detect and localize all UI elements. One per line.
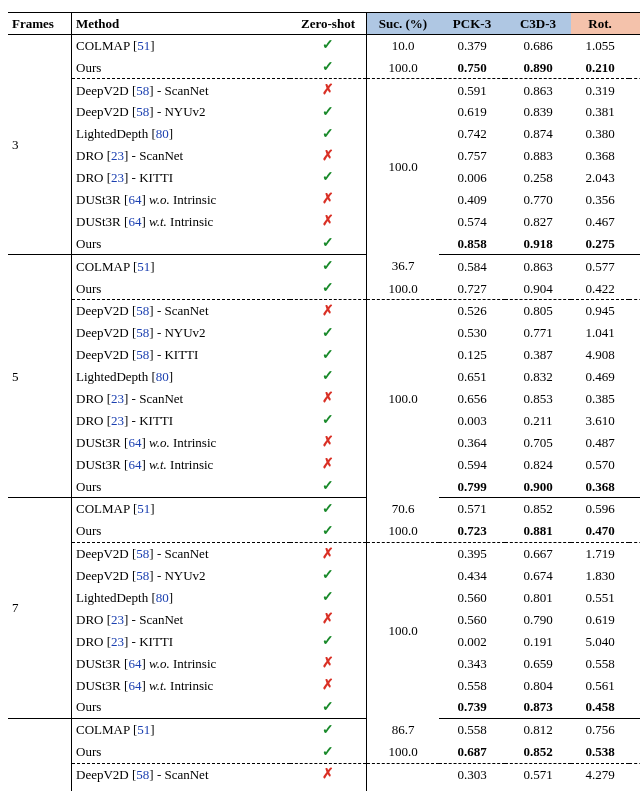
cell-rot: 1.719	[571, 543, 629, 565]
zeroshot-no: ✗	[290, 388, 367, 410]
zeroshot-yes: ✓	[290, 410, 367, 432]
cell-c3d: 0.812	[505, 719, 571, 741]
method-dust_wt: DUSt3R [64] w.t. Intrinsic	[72, 674, 291, 696]
cell-c3d: 0.827	[505, 211, 571, 233]
tick-icon: ✓	[322, 258, 334, 273]
cell-pck: 0.434	[439, 565, 505, 587]
zeroshot-yes: ✓	[290, 565, 367, 587]
frames-label: 9	[8, 719, 72, 791]
zeroshot-no: ✗	[290, 189, 367, 211]
cell-trans: 0.881	[629, 145, 640, 167]
cell-rot: 0.487	[571, 432, 629, 454]
cell-c3d: 0.824	[505, 453, 571, 475]
cell-c3d: 0.853	[505, 388, 571, 410]
cell-pck: 0.006	[439, 167, 505, 189]
cell-suc: 100.0	[367, 277, 440, 299]
cell-pck: 0.343	[439, 652, 505, 674]
zeroshot-yes: ✓	[290, 719, 367, 741]
cell-suc-shared: 100.0	[367, 79, 440, 255]
tick-icon: ✓	[322, 235, 334, 250]
cross-icon: ✗	[322, 655, 334, 670]
cell-pck: 0.584	[439, 255, 505, 277]
method-dro_kitti: DRO [23] - KITTI	[72, 631, 291, 653]
cell-pck: 0.002	[439, 631, 505, 653]
cell-trans: 1.744	[629, 609, 640, 631]
method-dust_wo: DUSt3R [64] w.o. Intrinsic	[72, 652, 291, 674]
cell-pck: 0.558	[439, 674, 505, 696]
zeroshot-yes: ✓	[290, 344, 367, 366]
method-dust_wo: DUSt3R [64] w.o. Intrinsic	[72, 432, 291, 454]
zeroshot-yes: ✓	[290, 101, 367, 123]
cell-trans: 1.383	[629, 520, 640, 542]
method-dv2d_nyu: DeepV2D [58] - NYUv2	[72, 322, 291, 344]
cell-rot: 0.619	[571, 609, 629, 631]
cell-c3d: 0.804	[505, 674, 571, 696]
method-ours: Ours	[72, 520, 291, 542]
cell-rot: 3.610	[571, 410, 629, 432]
zeroshot-no: ✗	[290, 543, 367, 565]
tick-icon: ✓	[322, 126, 334, 141]
cell-suc: 70.6	[367, 498, 440, 520]
cell-pck: 0.742	[439, 123, 505, 145]
cell-rot: 0.558	[571, 652, 629, 674]
zeroshot-yes: ✓	[290, 631, 367, 653]
cell-pck: 0.560	[439, 587, 505, 609]
cell-pck: 0.571	[439, 498, 505, 520]
frames-label: 3	[8, 34, 72, 255]
cell-rot: 1.830	[571, 565, 629, 587]
cell-c3d: 0.387	[505, 344, 571, 366]
cell-rot: 1.055	[571, 34, 629, 56]
cell-c3d: 0.801	[505, 587, 571, 609]
method-dv2d_scan: DeepV2D [58] - ScanNet	[72, 300, 291, 322]
tick-icon: ✓	[322, 501, 334, 516]
tick-icon: ✓	[322, 280, 334, 295]
cell-c3d: 0.852	[505, 498, 571, 520]
col-header-frames: Frames	[8, 13, 72, 35]
cell-c3d: 0.258	[505, 167, 571, 189]
method-colmap: COLMAP [51]	[72, 255, 291, 277]
cell-trans: 1.120	[629, 475, 640, 497]
zeroshot-yes: ✓	[290, 520, 367, 542]
cell-pck: 0.558	[439, 719, 505, 741]
cell-trans: 7.375	[629, 631, 640, 653]
method-ours: Ours	[72, 696, 291, 718]
cross-icon: ✗	[322, 82, 334, 97]
cell-c3d: 0.918	[505, 233, 571, 255]
tick-icon: ✓	[322, 368, 334, 383]
cell-trans: 1.127	[629, 123, 640, 145]
cell-pck: 0.723	[439, 520, 505, 542]
col-header-pck: PCK-3	[439, 13, 505, 35]
col-header-c3d: C3D-3	[505, 13, 571, 35]
method-colmap: COLMAP [51]	[72, 719, 291, 741]
zeroshot-yes: ✓	[290, 233, 367, 255]
cell-rot: 0.319	[571, 79, 629, 101]
tick-icon: ✓	[322, 722, 334, 737]
cell-pck: 0.303	[439, 763, 505, 785]
cell-suc: 100.0	[367, 741, 440, 763]
cell-pck: 0.379	[439, 34, 505, 56]
zeroshot-yes: ✓	[290, 56, 367, 78]
cell-pck: 0.651	[439, 366, 505, 388]
cell-pck: 0.727	[439, 277, 505, 299]
cell-pck: 0.799	[439, 475, 505, 497]
tick-icon: ✓	[322, 478, 334, 493]
cell-suc-shared: 100.0	[367, 763, 440, 791]
cell-pck: 0.739	[439, 696, 505, 718]
tick-icon: ✓	[322, 37, 334, 52]
tick-icon: ✓	[322, 347, 334, 362]
cell-c3d: 0.904	[505, 277, 571, 299]
col-header-trans: Trans.	[629, 13, 640, 35]
cell-trans: 2.428	[629, 652, 640, 674]
cell-trans: 3.435	[629, 167, 640, 189]
method-dv2d_nyu: DeepV2D [58] - NYUv2	[72, 565, 291, 587]
cell-rot: 0.381	[571, 101, 629, 123]
zeroshot-yes: ✓	[290, 167, 367, 189]
cell-trans: 1.428	[629, 696, 640, 718]
cell-trans: 1.062	[629, 277, 640, 299]
cell-c3d: 0.873	[505, 696, 571, 718]
cell-suc-shared: 100.0	[367, 543, 440, 719]
cell-rot: 0.275	[571, 233, 629, 255]
cell-trans: 2.017	[629, 674, 640, 696]
cross-icon: ✗	[322, 303, 334, 318]
method-dro_scan: DRO [23] - ScanNet	[72, 145, 291, 167]
